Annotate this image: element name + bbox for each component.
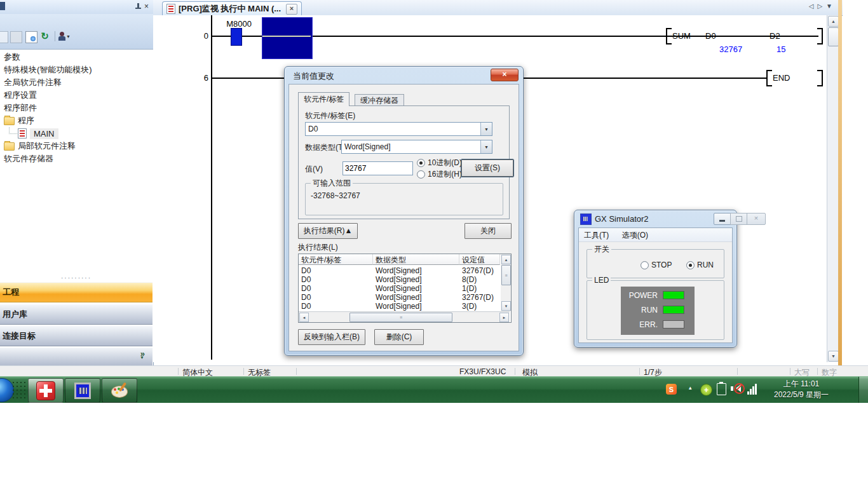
tree-item-global-comment[interactable]: 全局软元件注释 [0,76,156,89]
navbar-connection[interactable]: 连接目标 [0,326,153,346]
instruction-op[interactable]: SUM [672,31,691,41]
cell[interactable]: 3(D) [459,302,500,311]
gx-simulator2-window: GX Simulator2 × 工具(T) 选项(O) 开关 STOP RUN [574,210,737,348]
splitter-dots[interactable]: ········· [0,275,153,282]
volume-muted-icon[interactable] [731,383,743,395]
taskbar-clock[interactable]: 上午 11:01 2022/5/9 星期一 [763,379,840,400]
instruction-arg2[interactable]: D2 [770,31,780,41]
contact-m8000-on[interactable] [231,28,242,46]
table-vscrollbar[interactable]: ▲ ≡ ▼ [501,254,511,311]
cell[interactable]: Word[Signed] [373,293,459,302]
tree-item-parameters[interactable]: 参数 [0,51,156,64]
cell[interactable]: 8(D) [459,275,500,284]
tab-main-program[interactable]: [PRG]监视 执行中 MAIN (... × [162,1,302,16]
table-hscrollbar[interactable]: ◄ ≡ ► [299,311,510,322]
copy-icon[interactable] [0,31,8,43]
chevron-down-icon[interactable]: ▼ [480,123,492,135]
tree-item-special-module[interactable]: 特殊模块(智能功能模块) [0,64,156,76]
network-signal-icon[interactable] [747,383,759,395]
taskbar-app-gx-simulator2[interactable] [65,378,100,403]
scroll-up-icon[interactable]: ▲ [501,255,511,264]
close-icon[interactable]: × [144,2,149,11]
tree-item-program-setting[interactable]: 程序设置 [0,89,156,102]
cell[interactable]: D0 [299,284,373,293]
cell[interactable]: D0 [299,275,373,284]
tab-buffer-memory[interactable]: 缓冲存储器 [355,94,404,106]
document-tabbar: [PRG]监视 执行中 MAIN (... × ◁▷▼ [153,0,843,16]
radio-run[interactable]: RUN [686,261,714,269]
col-header-device[interactable]: 软元件/标签 [299,254,373,265]
reflect-to-input-button[interactable]: 反映到输入栏(B) [298,329,365,345]
cell[interactable]: Word[Signed] [373,284,459,293]
tree-item-program[interactable]: 程序 [0,114,156,127]
col-header-type[interactable]: 数据类型 [373,254,459,265]
pin-icon[interactable] [135,3,142,10]
cell[interactable]: Word[Signed] [373,302,459,311]
tree-item-main[interactable]: MAIN [0,127,170,140]
col-header-setvalue[interactable]: 设定值 [459,254,500,265]
menu-tools[interactable]: 工具(T) [579,228,614,243]
sogou-tray-icon[interactable]: S [666,384,677,395]
taskbar-app-paint[interactable] [102,378,137,403]
tab-close-icon[interactable]: × [286,4,297,15]
scroll-down-icon[interactable]: ▼ [828,351,839,362]
delete-button[interactable]: 删除(C) [374,329,424,345]
cell[interactable]: D0 [299,302,373,311]
dialog-close-button[interactable]: × [491,69,519,81]
doc-info-icon[interactable] [25,31,37,43]
chevron-down-icon[interactable]: ▼ [480,140,492,153]
tab-device-label[interactable]: 软元件/标签 [298,92,349,106]
edit-cursor-selection[interactable] [262,17,313,59]
antivirus-tray-icon[interactable]: + [700,384,712,396]
radio-stop[interactable]: STOP [641,261,672,269]
taskbar-app-gx-works2[interactable] [28,378,64,403]
clipboard-tray-icon[interactable] [717,383,726,395]
cell[interactable]: D0 [299,293,373,302]
tree-item-local-comment[interactable]: 局部软元件注释 [0,140,156,152]
led-groupbox: LED POWER RUN ERR. [587,280,724,340]
minimize-button[interactable] [714,213,731,225]
tree-item-pou[interactable]: 程序部件 [0,102,156,114]
navbar-project[interactable]: 工程 [0,282,153,302]
radio-decimal[interactable]: 10进制(D) [417,158,462,168]
cell[interactable]: Word[Signed] [373,266,459,275]
show-desktop-button[interactable] [858,377,868,403]
radio-hexadecimal[interactable]: 16进制(H) [417,169,462,180]
cell[interactable]: 1(D) [459,284,500,293]
navbar-user-library[interactable]: 用户库 [0,304,153,325]
cell[interactable]: 32767(D) [459,266,500,275]
filter-user-icon[interactable]: ▼ [58,31,69,42]
cell[interactable]: 32767(D) [459,293,500,302]
scroll-down-icon[interactable]: ▼ [501,301,511,311]
instruction-arg1[interactable]: D0 [705,31,716,41]
cell[interactable]: D0 [299,266,373,275]
instruction-end[interactable]: END [773,73,790,83]
paint-icon [111,383,128,399]
tree-item-device-memory[interactable]: 软元件存储器 [0,152,156,165]
set-button[interactable]: 设置(S) [461,159,513,177]
scroll-thumb[interactable]: ≡ [501,265,511,285]
exec-result-toggle-button[interactable]: 执行结果(R)▲ [298,223,358,239]
scroll-up-icon[interactable]: ▲ [828,16,839,27]
tab-scroll-arrows[interactable]: ◁▷▼ [809,3,836,10]
navigation-panel: × ↻ ▼ 参数 特殊模块(智能功能模块) 全局软元件注释 程序设置 程序部件 [0,0,154,365]
menu-options[interactable]: 选项(O) [617,228,653,243]
scroll-right-icon[interactable]: ► [499,313,509,322]
tray-expand-icon[interactable]: ▴ [689,384,692,391]
folder-icon [4,117,15,125]
scroll-thumb[interactable] [828,27,839,46]
navbar-overflow[interactable]: » ▼ [0,347,153,365]
input-range-groupbox: 可输入范围 -32768~32767 [305,183,503,215]
paste-icon[interactable] [10,31,22,43]
value-input[interactable] [342,161,413,175]
scroll-left-icon[interactable]: ◄ [299,313,309,322]
dialog-close-action-button[interactable]: 关闭 [465,223,512,239]
cell[interactable]: Word[Signed] [373,275,459,284]
data-type-combo[interactable]: Word[Signed] ▼ [341,140,492,154]
ladder-vscrollbar[interactable]: ▲ ▼ [827,15,839,362]
taskbar: S ▴ + 上午 11:01 2022/5/9 星期一 [0,376,868,403]
device-combo[interactable]: D0 ▼ [305,122,492,136]
refresh-icon[interactable]: ↻ [39,31,50,42]
project-tree: 参数 特殊模块(智能功能模块) 全局软元件注释 程序设置 程序部件 程序 MAI… [0,50,153,275]
scroll-thumb[interactable]: ≡ [349,313,452,322]
